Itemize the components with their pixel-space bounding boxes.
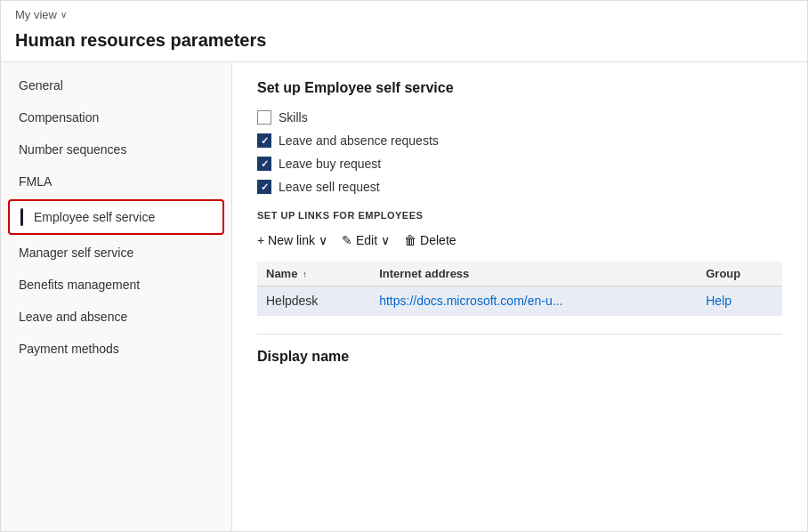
sidebar-item-label: FMLA (19, 174, 52, 189)
sidebar-item-label: Benefits management (19, 278, 140, 292)
sidebar-item-leave-and-absence[interactable]: Leave and absence (1, 301, 231, 333)
cell-group[interactable]: Help (697, 286, 782, 316)
sidebar-item-fmla[interactable]: FMLA (1, 165, 231, 197)
my-view-chevron: ∨ (61, 10, 67, 20)
checkbox-skills[interactable] (257, 110, 271, 125)
new-link-label: + New link (257, 233, 315, 247)
cell-internet-address[interactable]: https://docs.microsoft.com/en-u... (370, 286, 697, 316)
delete-button[interactable]: 🗑 Delete (404, 230, 456, 251)
sidebar: General Compensation Number sequences FM… (1, 62, 232, 531)
edit-label: Edit (356, 233, 377, 247)
col-name: Name ↑ (257, 262, 370, 286)
edit-chevron-icon: ∨ (381, 233, 390, 247)
sidebar-item-benefits-management[interactable]: Benefits management (1, 269, 231, 301)
new-link-chevron-icon: ∨ (319, 233, 327, 247)
top-bar: My view ∨ Human resources parameters (1, 1, 807, 62)
page-title: Human resources parameters (15, 25, 793, 58)
col-group: Group (697, 262, 782, 286)
links-header: SET UP LINKS FOR EMPLOYEES (257, 210, 782, 221)
sidebar-item-general[interactable]: General (1, 69, 231, 101)
table-row[interactable]: Helpdesk https://docs.microsoft.com/en-u… (257, 286, 782, 316)
display-name-title: Display name (257, 349, 782, 365)
checkbox-leave-buy-label: Leave buy request (279, 157, 381, 171)
sidebar-item-label: General (19, 78, 63, 93)
sidebar-item-label: Leave and absence (19, 310, 127, 324)
sort-arrow-icon: ↑ (303, 270, 307, 279)
section-title: Set up Employee self service (257, 80, 782, 96)
sidebar-item-employee-self-service[interactable]: Employee self service (8, 199, 224, 235)
checkbox-leave-sell-row: Leave sell request (257, 180, 782, 194)
active-indicator (20, 208, 23, 226)
checkbox-leave-buy[interactable] (257, 157, 271, 171)
checkbox-leave-absence[interactable] (257, 133, 271, 148)
sidebar-item-label: Employee self service (34, 210, 155, 224)
checkbox-leave-buy-row: Leave buy request (257, 157, 782, 171)
cell-name: Helpdesk (257, 286, 370, 316)
toolbar: + New link ∨ ✎ Edit ∨ 🗑 Delete (257, 230, 782, 251)
edit-icon: ✎ (342, 233, 352, 247)
links-table: Name ↑ Internet address Group Helpdesk (257, 262, 782, 316)
sidebar-item-label: Number sequences (19, 142, 126, 157)
checkbox-skills-row: Skills (257, 110, 782, 125)
col-internet-address: Internet address (370, 262, 697, 286)
sidebar-item-compensation[interactable]: Compensation (1, 101, 231, 133)
checkbox-leave-absence-label: Leave and absence requests (279, 133, 439, 148)
page-wrapper: My view ∨ Human resources parameters Gen… (0, 0, 808, 532)
sidebar-item-manager-self-service[interactable]: Manager self service (1, 237, 231, 269)
delete-icon: 🗑 (404, 233, 416, 247)
table-header-row: Name ↑ Internet address Group (257, 262, 782, 286)
sidebar-item-label: Manager self service (19, 246, 133, 260)
sidebar-item-number-sequences[interactable]: Number sequences (1, 133, 231, 165)
checkbox-leave-sell-label: Leave sell request (279, 180, 380, 194)
main-content: Set up Employee self service Skills Leav… (232, 62, 807, 531)
content-area: General Compensation Number sequences FM… (1, 62, 807, 531)
edit-button[interactable]: ✎ Edit ∨ (342, 230, 390, 251)
delete-label: Delete (420, 233, 456, 247)
checkbox-skills-label: Skills (279, 110, 308, 125)
sidebar-item-payment-methods[interactable]: Payment methods (1, 333, 231, 365)
checkbox-leave-sell[interactable] (257, 180, 271, 194)
display-name-section: Display name (257, 334, 782, 365)
sidebar-item-label: Payment methods (19, 342, 119, 356)
checkbox-leave-absence-row: Leave and absence requests (257, 133, 782, 148)
sidebar-item-label: Compensation (19, 110, 99, 125)
new-link-button[interactable]: + New link ∨ (257, 230, 327, 251)
my-view-label: My view (15, 8, 57, 21)
my-view-button[interactable]: My view ∨ (15, 8, 793, 21)
